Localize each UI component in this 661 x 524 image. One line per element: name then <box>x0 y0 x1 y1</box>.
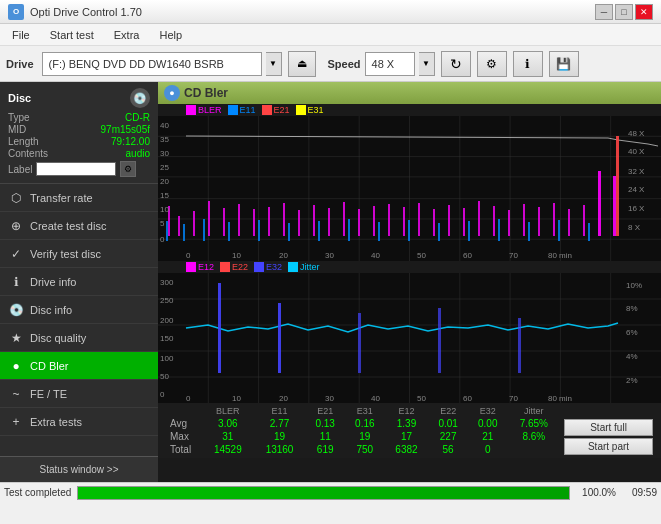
chart-header: ● CD Bler <box>158 82 661 104</box>
col-e32-header: E32 <box>468 405 508 417</box>
upper-chart-svg: 40 35 30 25 20 15 10 5 0 48 X 40 X 32 X … <box>158 116 661 261</box>
drive-select[interactable]: (F:) BENQ DVD DD DW1640 BSRB <box>42 52 262 76</box>
svg-text:200: 200 <box>160 316 174 325</box>
refresh-button[interactable]: ↻ <box>441 51 471 77</box>
legend-bler-color <box>186 105 196 115</box>
sidebar-item-cd-bler[interactable]: ● CD Bler <box>0 352 158 380</box>
svg-text:35: 35 <box>160 135 169 144</box>
sidebar-item-verify-test-disc[interactable]: ✓ Verify test disc <box>0 240 158 268</box>
mid-label: MID <box>8 124 26 135</box>
col-bler-header: BLER <box>202 405 254 417</box>
svg-rect-17 <box>193 211 195 236</box>
menu-start-test[interactable]: Start test <box>42 27 102 43</box>
sidebar-item-label: CD Bler <box>30 360 69 372</box>
svg-text:16 X: 16 X <box>628 204 645 213</box>
avg-e12: 1.39 <box>385 417 429 430</box>
max-e11: 19 <box>254 430 306 443</box>
title-bar-left: O Opti Drive Control 1.70 <box>8 4 142 20</box>
svg-rect-61 <box>558 220 560 241</box>
length-label: Length <box>8 136 39 147</box>
svg-rect-28 <box>358 209 360 236</box>
max-jitter: 8.6% <box>508 430 560 443</box>
svg-text:300: 300 <box>160 278 174 287</box>
svg-rect-101 <box>278 303 281 373</box>
svg-rect-41 <box>553 203 555 236</box>
legend-bler-label: BLER <box>198 105 222 115</box>
maximize-button[interactable]: □ <box>615 4 633 20</box>
avg-e21: 0.13 <box>305 417 345 430</box>
menu-file[interactable]: File <box>4 27 38 43</box>
sidebar-item-drive-info[interactable]: ℹ Drive info <box>0 268 158 296</box>
svg-text:0: 0 <box>186 394 191 403</box>
svg-text:80 min: 80 min <box>548 251 572 260</box>
svg-rect-52 <box>288 223 290 241</box>
sidebar-item-disc-quality[interactable]: ★ Disc quality <box>0 324 158 352</box>
label-button[interactable]: ⚙ <box>120 161 136 177</box>
type-label: Type <box>8 112 30 123</box>
disc-info-icon: 💿 <box>8 302 24 318</box>
max-e21: 11 <box>305 430 345 443</box>
total-e21: 619 <box>305 443 345 456</box>
svg-text:0: 0 <box>186 251 191 260</box>
sidebar-item-disc-info[interactable]: 💿 Disc info <box>0 296 158 324</box>
svg-rect-54 <box>348 219 350 241</box>
svg-text:32 X: 32 X <box>628 167 645 176</box>
legend-e21: E21 <box>262 105 290 115</box>
total-e22: 56 <box>428 443 468 456</box>
menu-extra[interactable]: Extra <box>106 27 148 43</box>
sidebar-item-label: Disc quality <box>30 332 86 344</box>
svg-text:70: 70 <box>509 394 518 403</box>
svg-text:40: 40 <box>160 121 169 130</box>
total-e32: 0 <box>468 443 508 456</box>
progress-time: 09:59 <box>622 487 657 498</box>
sidebar-item-extra-tests[interactable]: + Extra tests <box>0 408 158 436</box>
title-bar: O Opti Drive Control 1.70 ─ □ ✕ <box>0 0 661 24</box>
svg-rect-100 <box>218 283 221 373</box>
max-bler: 31 <box>202 430 254 443</box>
sidebar-item-fe-te[interactable]: ~ FE / TE <box>0 380 158 408</box>
cd-bler-icon: ● <box>8 358 24 374</box>
eject-button[interactable]: ⏏ <box>288 51 316 77</box>
sidebar-item-transfer-rate[interactable]: ⬡ Transfer rate <box>0 184 158 212</box>
sidebar-item-label: Disc info <box>30 304 72 316</box>
menu-bar: File Start test Extra Help <box>0 24 661 46</box>
settings-button[interactable]: ⚙ <box>477 51 507 77</box>
svg-rect-31 <box>403 207 405 236</box>
total-e12: 6382 <box>385 443 429 456</box>
label-input[interactable] <box>36 162 116 176</box>
svg-text:250: 250 <box>160 296 174 305</box>
col-actions-header <box>560 405 657 417</box>
start-part-button[interactable]: Start part <box>564 438 653 455</box>
info-button[interactable]: ℹ <box>513 51 543 77</box>
speed-dropdown-arrow[interactable]: ▼ <box>419 52 435 76</box>
max-e31: 19 <box>345 430 385 443</box>
svg-text:150: 150 <box>160 334 174 343</box>
col-e11-header: E11 <box>254 405 306 417</box>
svg-rect-40 <box>538 207 540 236</box>
avg-e31: 0.16 <box>345 417 385 430</box>
svg-rect-102 <box>358 313 361 373</box>
svg-text:15: 15 <box>160 191 169 200</box>
svg-text:80 min: 80 min <box>548 394 572 403</box>
total-bler: 14529 <box>202 443 254 456</box>
sidebar-item-create-test-disc[interactable]: ⊕ Create test disc <box>0 212 158 240</box>
status-window-button[interactable]: Status window >> <box>0 456 158 482</box>
drive-dropdown-arrow[interactable]: ▼ <box>266 52 282 76</box>
avg-e11: 2.77 <box>254 417 306 430</box>
close-button[interactable]: ✕ <box>635 4 653 20</box>
svg-rect-38 <box>508 210 510 236</box>
menu-help[interactable]: Help <box>151 27 190 43</box>
start-full-button[interactable]: Start full <box>564 419 653 436</box>
save-button[interactable]: 💾 <box>549 51 579 77</box>
svg-rect-25 <box>313 205 315 236</box>
svg-text:5: 5 <box>160 219 165 228</box>
svg-rect-33 <box>433 209 435 236</box>
speed-select[interactable]: 48 X <box>365 52 415 76</box>
col-jitter-header: Jitter <box>508 405 560 417</box>
svg-rect-104 <box>518 318 521 373</box>
svg-rect-60 <box>528 222 530 241</box>
minimize-button[interactable]: ─ <box>595 4 613 20</box>
svg-text:60: 60 <box>463 251 472 260</box>
legend-e32-label: E32 <box>266 262 282 272</box>
label-label: Label <box>8 164 32 175</box>
